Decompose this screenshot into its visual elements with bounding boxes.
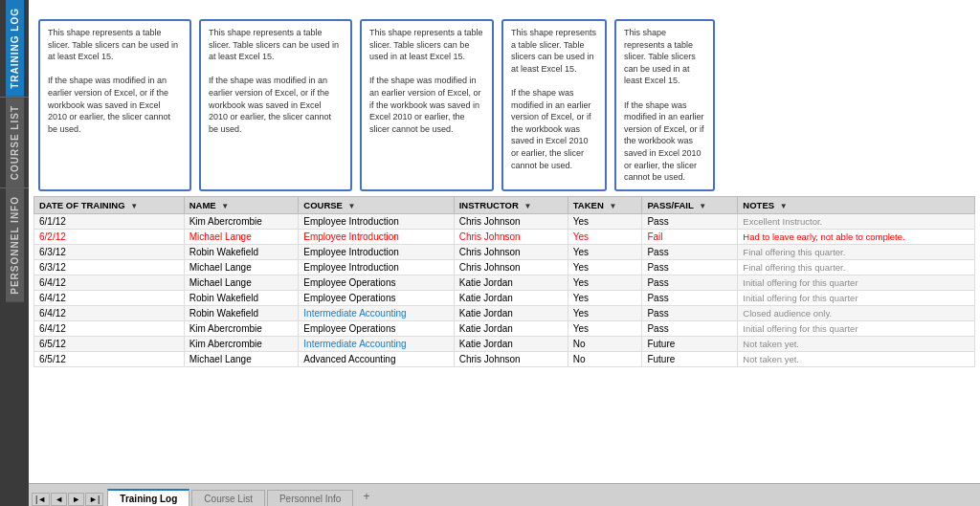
slicer-area: This shape represents a table slicer. Ta… bbox=[29, 14, 980, 196]
sheet-tab-training-log[interactable]: Training Log bbox=[107, 489, 189, 506]
cell-1: Robin Wakefield bbox=[184, 290, 299, 305]
table-row: 6/3/12Michael LangeEmployee Introduction… bbox=[34, 259, 975, 275]
cell-6: Initial offering for this quarter bbox=[738, 290, 975, 305]
cell-6: Initial offering for this quarter bbox=[738, 320, 975, 336]
cell-4: No bbox=[568, 336, 642, 351]
cell-2: Employee Operations bbox=[299, 320, 454, 336]
cell-6: Closed audience only. bbox=[738, 305, 975, 320]
sidebar-tab-personnel-info[interactable]: PERSONNEL INFO bbox=[6, 188, 24, 302]
cell-0: 6/1/12 bbox=[34, 213, 185, 229]
table-body: 6/1/12Kim AbercrombieEmployee Introducti… bbox=[34, 213, 975, 366]
cell-0: 6/4/12 bbox=[34, 290, 185, 305]
sheet-tab-course-list[interactable]: Course List bbox=[191, 490, 265, 506]
table-row: 6/2/12Michael LangeEmployee Introduction… bbox=[34, 229, 975, 244]
cell-4: Yes bbox=[568, 305, 642, 320]
slicer-5[interactable]: This shape represents a table slicer. Ta… bbox=[614, 19, 715, 191]
cell-1: Michael Lange bbox=[184, 275, 299, 290]
cell-5: Future bbox=[642, 351, 738, 366]
sidebar-tab-training-log[interactable]: TRAINING LOG bbox=[6, 0, 24, 97]
cell-1: Michael Lange bbox=[184, 351, 299, 366]
table-container: DATE OF TRAINING ▼ NAME ▼ COURSE ▼ INSTR… bbox=[29, 196, 980, 483]
cell-2: Employee Introduction bbox=[299, 259, 454, 275]
add-sheet-button[interactable]: + bbox=[355, 487, 377, 506]
cell-1: Michael Lange bbox=[184, 229, 299, 244]
cell-5: Pass bbox=[642, 259, 738, 275]
sheet-tab-personnel-info[interactable]: Personnel Info bbox=[267, 490, 354, 506]
cell-3: Chris Johnson bbox=[454, 213, 568, 229]
cell-2: Employee Introduction bbox=[299, 244, 454, 259]
cell-4: Yes bbox=[568, 320, 642, 336]
tab-nav-last[interactable]: ►| bbox=[85, 493, 103, 506]
title-area bbox=[29, 0, 980, 14]
cell-5: Pass bbox=[642, 320, 738, 336]
cell-3: Chris Johnson bbox=[454, 259, 568, 275]
bottom-tabs: |◄ ◄ ► ►| Training Log Course List Perso… bbox=[29, 483, 980, 506]
cell-4: Yes bbox=[568, 244, 642, 259]
cell-0: 6/5/12 bbox=[34, 351, 185, 366]
col-header-instructor[interactable]: INSTRUCTOR ▼ bbox=[454, 196, 568, 213]
cell-2: Employee Operations bbox=[299, 290, 454, 305]
cell-2: Employee Introduction bbox=[299, 229, 454, 244]
cell-1: Kim Abercrombie bbox=[184, 213, 299, 229]
cell-3: Katie Jordan bbox=[454, 320, 568, 336]
cell-1: Robin Wakefield bbox=[184, 244, 299, 259]
col-header-course[interactable]: COURSE ▼ bbox=[299, 196, 454, 213]
col-header-date[interactable]: DATE OF TRAINING ▼ bbox=[34, 196, 185, 213]
column-headers-row: DATE OF TRAINING ▼ NAME ▼ COURSE ▼ INSTR… bbox=[34, 196, 975, 213]
cell-2: Intermediate Accounting bbox=[299, 336, 454, 351]
filter-taken-icon[interactable]: ▼ bbox=[609, 202, 616, 210]
cell-6: Excellent Instructor. bbox=[738, 213, 975, 229]
cell-0: 6/4/12 bbox=[34, 275, 185, 290]
cell-4: No bbox=[568, 351, 642, 366]
cell-6: Final offering this quarter. bbox=[738, 259, 975, 275]
cell-2: Intermediate Accounting bbox=[299, 305, 454, 320]
table-row: 6/5/12Michael LangeAdvanced AccountingCh… bbox=[34, 351, 975, 366]
filter-instructor-icon[interactable]: ▼ bbox=[523, 202, 531, 210]
table-row: 6/1/12Kim AbercrombieEmployee Introducti… bbox=[34, 213, 975, 229]
cell-5: Pass bbox=[642, 244, 738, 259]
cell-6: Had to leave early, not able to complete… bbox=[738, 229, 975, 244]
cell-5: Pass bbox=[642, 305, 738, 320]
slicer-1[interactable]: This shape represents a table slicer. Ta… bbox=[38, 19, 191, 191]
filter-date-icon[interactable]: ▼ bbox=[130, 202, 138, 210]
table-row: 6/4/12Robin WakefieldEmployee Operations… bbox=[34, 290, 975, 305]
tab-nav-prev[interactable]: ◄ bbox=[51, 493, 67, 506]
col-header-notes[interactable]: NOTES ▼ bbox=[738, 196, 975, 213]
cell-3: Katie Jordan bbox=[454, 275, 568, 290]
cell-3: Chris Johnson bbox=[454, 229, 568, 244]
cell-0: 6/4/12 bbox=[34, 320, 185, 336]
tab-nav-first[interactable]: |◄ bbox=[32, 493, 50, 506]
filter-passfail-icon[interactable]: ▼ bbox=[699, 202, 706, 210]
table-row: 6/4/12Robin WakefieldIntermediate Accoun… bbox=[34, 305, 975, 320]
cell-0: 6/3/12 bbox=[34, 259, 185, 275]
cell-1: Kim Abercrombie bbox=[184, 336, 299, 351]
cell-5: Pass bbox=[642, 275, 738, 290]
cell-3: Katie Jordan bbox=[454, 336, 568, 351]
table-row: 6/5/12Kim AbercrombieIntermediate Accoun… bbox=[34, 336, 975, 351]
tab-nav-next[interactable]: ► bbox=[68, 493, 84, 506]
cell-0: 6/3/12 bbox=[34, 244, 185, 259]
cell-5: Fail bbox=[642, 229, 738, 244]
slicer-2[interactable]: This shape represents a table slicer. Ta… bbox=[199, 19, 352, 191]
filter-name-icon[interactable]: ▼ bbox=[221, 202, 229, 210]
col-header-passfail[interactable]: PASS/FAIL ▼ bbox=[642, 196, 738, 213]
table-row: 6/4/12Michael LangeEmployee OperationsKa… bbox=[34, 275, 975, 290]
cell-2: Employee Operations bbox=[299, 275, 454, 290]
col-header-taken[interactable]: TAKEN ▼ bbox=[568, 196, 642, 213]
filter-notes-icon[interactable]: ▼ bbox=[780, 202, 788, 210]
sidebar-tab-course-list[interactable]: COURSE LIST bbox=[6, 98, 24, 187]
cell-0: 6/2/12 bbox=[34, 229, 185, 244]
col-header-name[interactable]: NAME ▼ bbox=[184, 196, 299, 213]
cell-3: Katie Jordan bbox=[454, 305, 568, 320]
cell-2: Advanced Accounting bbox=[299, 351, 454, 366]
slicer-4[interactable]: This shape represents a table slicer. Ta… bbox=[501, 19, 607, 191]
filter-course-icon[interactable]: ▼ bbox=[348, 202, 356, 210]
cell-1: Michael Lange bbox=[184, 259, 299, 275]
cell-4: Yes bbox=[568, 259, 642, 275]
slicer-3[interactable]: This shape represents a table slicer. Ta… bbox=[360, 19, 494, 191]
sidebar: TRAINING LOG COURSE LIST PERSONNEL INFO bbox=[0, 0, 29, 506]
cell-1: Kim Abercrombie bbox=[184, 320, 299, 336]
tab-navigation: |◄ ◄ ► ►| bbox=[29, 493, 107, 506]
cell-3: Katie Jordan bbox=[454, 290, 568, 305]
cell-6: Not taken yet. bbox=[738, 351, 975, 366]
